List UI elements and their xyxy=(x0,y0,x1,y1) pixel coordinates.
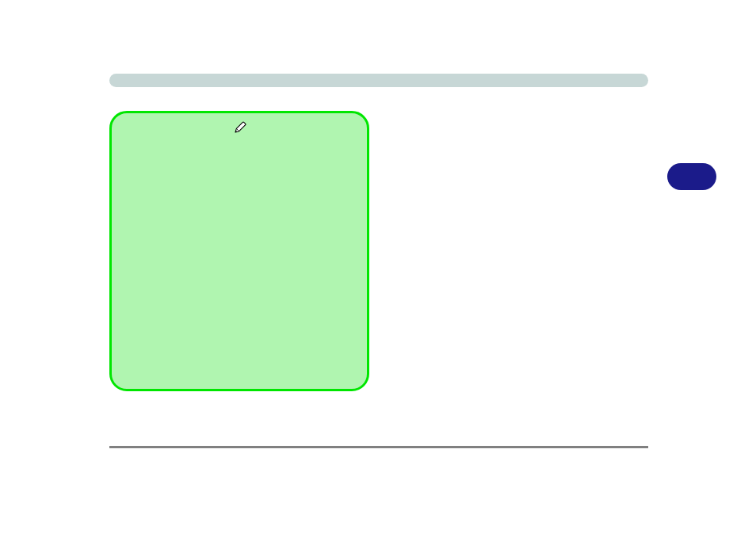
top-bar xyxy=(109,74,648,87)
blue-pill-button[interactable] xyxy=(667,163,716,190)
pen-icon xyxy=(234,121,246,134)
green-panel xyxy=(109,111,369,391)
divider-line xyxy=(109,446,648,448)
